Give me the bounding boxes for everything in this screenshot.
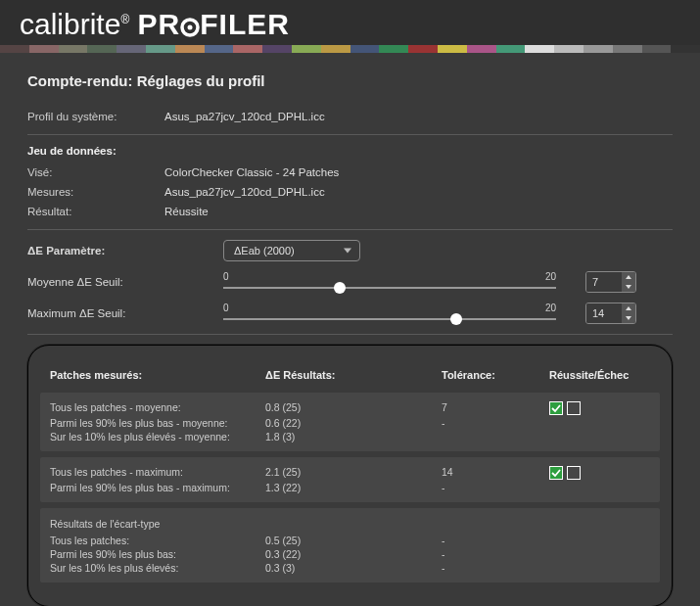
row-pf: [549, 562, 637, 574]
slider-thumb[interactable]: [450, 313, 462, 325]
measures-value: Asus_pa27jcv_120cd_DPHL.icc: [164, 186, 325, 198]
row-tol: -: [442, 535, 549, 546]
app-logo: calibrite® PRFILER: [20, 8, 680, 41]
slider-thumb[interactable]: [334, 282, 346, 294]
pass-fail-indicator: [549, 466, 637, 480]
result-row: Sur les 10% les plus élevés:0.3 (3)-: [50, 561, 650, 575]
std-heading: Résultats de l'écart-type: [50, 516, 650, 534]
pass-icon: [549, 466, 563, 480]
result-row: Tous les patches - moyenne:0.8 (25)7: [50, 400, 650, 416]
row-de: 1.8 (3): [265, 431, 442, 443]
slider-min: 0: [223, 303, 229, 313]
row-label: Sur les 10% les plus élevés:: [50, 562, 265, 574]
result-label: Résultat:: [27, 206, 164, 217]
row-label: Sur les 10% les plus élevés - moyenne:: [50, 431, 265, 443]
system-profile-value: Asus_pa27jcv_120cd_DPHL.icc: [164, 111, 325, 122]
row-label: Tous les patches:: [50, 535, 265, 546]
result-row: Tous les patches - maximum:2.1 (25)14: [50, 465, 650, 481]
max-threshold-stepper[interactable]: [585, 303, 636, 324]
row-pf: [549, 548, 637, 560]
results-header: Patches mesurés: ΔE Résultats: Tolérance…: [50, 363, 650, 387]
target-row: Visé: ColorChecker Classic - 24 Patches: [27, 163, 673, 182]
row-tol: [442, 431, 549, 443]
max-threshold-input[interactable]: [586, 303, 622, 323]
target-label: Visé:: [27, 166, 164, 178]
max-threshold-slider[interactable]: 0 20: [223, 306, 556, 320]
avg-threshold-stepper[interactable]: [585, 271, 636, 293]
row-label: Tous les patches - maximum:: [50, 466, 265, 480]
result-row: Parmi les 90% les plus bas:0.3 (22)-: [50, 547, 650, 561]
row-pf: [549, 417, 637, 429]
app-header: calibrite® PRFILER: [0, 0, 700, 45]
row-pf: [549, 535, 637, 546]
divider: [27, 229, 673, 230]
dataset-heading: Jeu de données:: [27, 145, 673, 157]
row-label: Tous les patches - moyenne:: [50, 401, 265, 415]
measures-row: Mesures: Asus_pa27jcv_120cd_DPHL.icc: [27, 182, 673, 202]
results-block-max: Tous les patches - maximum:2.1 (25)14Par…: [40, 457, 660, 502]
row-tol: 7: [442, 401, 549, 415]
result-row: Tous les patches:0.5 (25)-: [50, 534, 650, 547]
row-pf: [549, 431, 637, 443]
color-strip: [0, 45, 700, 53]
fail-icon: [567, 401, 581, 415]
row-pf: [549, 466, 637, 480]
results-block-avg: Tous les patches - moyenne:0.8 (25)7Parm…: [40, 393, 660, 451]
stepper-up-icon[interactable]: [622, 303, 635, 313]
row-de: 0.6 (22): [265, 417, 442, 429]
row-label: Parmi les 90% les plus bas - moyenne:: [50, 417, 265, 429]
de-param-select[interactable]: ΔEab (2000): [223, 240, 360, 261]
divider: [27, 134, 673, 135]
avg-threshold-label: Moyenne ΔE Seuil:: [27, 276, 223, 288]
de-param-selected: ΔEab (2000): [234, 245, 295, 256]
row-tol: -: [442, 482, 549, 493]
product-text: PRFILER: [138, 8, 290, 40]
row-label: Parmi les 90% les plus bas - maximum:: [50, 482, 265, 493]
avg-threshold-input[interactable]: [586, 272, 622, 292]
results-panel: Patches mesurés: ΔE Résultats: Tolérance…: [27, 345, 673, 606]
slider-min: 0: [223, 271, 229, 282]
slider-max: 20: [545, 303, 556, 313]
row-tol: 14: [442, 466, 549, 480]
result-row: Sur les 10% les plus élevés - moyenne:1.…: [50, 430, 650, 443]
results-block-std: Résultats de l'écart-type Tous les patch…: [40, 508, 660, 583]
brand-text: calibrite: [20, 8, 120, 40]
avg-threshold-slider[interactable]: 0 20: [223, 275, 556, 289]
de-param-label: ΔE Paramètre:: [27, 245, 223, 256]
row-tol: -: [442, 417, 549, 429]
page-title: Compte-rendu: Réglages du profil: [27, 72, 673, 89]
fail-icon: [567, 466, 581, 480]
row-pf: [549, 482, 637, 493]
slider-max: 20: [545, 271, 556, 282]
row-de: 0.8 (25): [265, 401, 442, 415]
col-passfail: Réussite/Échec: [549, 369, 637, 381]
row-de: 0.3 (3): [265, 562, 442, 574]
target-value: ColorChecker Classic - 24 Patches: [164, 166, 339, 178]
result-value: Réussite: [164, 206, 209, 217]
max-threshold-label: Maximum ΔE Seuil:: [27, 307, 223, 319]
svg-point-1: [188, 25, 193, 30]
row-tol: -: [442, 548, 549, 560]
stepper-down-icon[interactable]: [622, 313, 635, 323]
stepper-down-icon[interactable]: [622, 282, 635, 292]
row-de: 0.5 (25): [265, 535, 442, 546]
system-profile-label: Profil du système:: [27, 111, 164, 122]
row-label: Parmi les 90% les plus bas:: [50, 548, 265, 560]
row-de: 2.1 (25): [265, 466, 442, 480]
result-row: Parmi les 90% les plus bas - maximum:1.3…: [50, 481, 650, 494]
pass-icon: [549, 401, 563, 415]
divider: [27, 334, 673, 335]
pass-fail-indicator: [549, 401, 637, 415]
system-profile-row: Profil du système: Asus_pa27jcv_120cd_DP…: [27, 107, 673, 126]
row-pf: [549, 401, 637, 415]
col-patches: Patches mesurés:: [50, 369, 265, 381]
row-tol: -: [442, 562, 549, 574]
col-tolerance: Tolérance:: [442, 369, 549, 381]
result-row: Parmi les 90% les plus bas - moyenne:0.6…: [50, 416, 650, 430]
row-de: 1.3 (22): [265, 482, 442, 493]
measures-label: Mesures:: [27, 186, 164, 198]
col-de: ΔE Résultats:: [265, 369, 442, 381]
result-row: Résultat: Réussite: [27, 202, 673, 221]
stepper-up-icon[interactable]: [622, 272, 635, 282]
row-de: 0.3 (22): [265, 548, 442, 560]
